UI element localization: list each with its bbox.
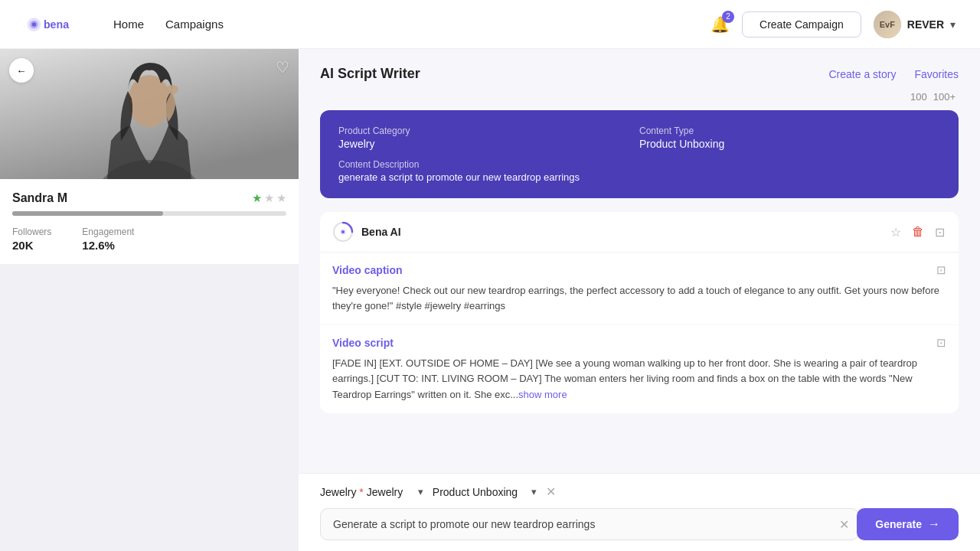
content-type-label: Content Type [639, 126, 940, 136]
influencer-card: ← ♡ Sandra M ★ ★ ★ [0, 49, 299, 264]
star-3: ★ [276, 191, 286, 205]
influencer-name-row: Sandra M ★ ★ ★ [12, 191, 286, 205]
script-writer-title: AI Script Writer [320, 66, 420, 82]
svg-text:bena: bena [44, 18, 69, 31]
prompt-input[interactable] [320, 508, 859, 540]
generate-label: Generate [875, 518, 922, 530]
star-1: ★ [252, 191, 262, 205]
notification-bell[interactable]: 🔔 2 [710, 15, 730, 34]
logo[interactable]: bena [24, 12, 86, 37]
bottom-input-row: ✕ Generate → [320, 508, 959, 540]
engagement-stat: Engagement 12.6% [82, 227, 134, 252]
clear-selections-button[interactable]: ✕ [546, 484, 556, 499]
bottom-bar: Jewelry * Jewelry Fashion Beauty ▾ Produ… [299, 473, 980, 551]
video-script-section: Video script ⊡ [FADE IN] [EXT. OUTSIDE O… [320, 325, 959, 412]
required-star: * [356, 486, 363, 498]
product-category-item: Product Category Jewelry [338, 126, 639, 150]
expand-button[interactable]: ⊡ [933, 223, 946, 241]
content-type-value: Product Unboxing [639, 138, 940, 150]
page-total: 100+ [933, 91, 956, 103]
back-button[interactable]: ← [9, 58, 34, 83]
delete-button[interactable]: 🗑 [910, 223, 926, 240]
caption-text: "Hey everyone! Check out our new teardro… [332, 283, 946, 314]
ai-name-label: Bena AI [361, 226, 401, 238]
avatar: EvF [874, 11, 901, 38]
followers-value: 20K [12, 239, 51, 252]
influencer-info: Sandra M ★ ★ ★ Followers 20K [0, 179, 299, 264]
nav-home[interactable]: Home [113, 18, 144, 31]
progress-bar [12, 211, 163, 216]
svg-point-7 [128, 75, 171, 127]
info-card: Product Category Jewelry Content Type Pr… [320, 110, 959, 198]
video-caption-section: Video caption ⊡ "Hey everyone! Check out… [320, 253, 959, 325]
content-type-select-wrap: Product Unboxing Tutorial Review ▾ [433, 486, 537, 498]
notification-badge: 2 [722, 11, 734, 23]
influencer-image-wrap: ← ♡ [0, 49, 299, 179]
right-panel: AI Script Writer Create a story Favorite… [299, 49, 980, 551]
script-title: Video script [332, 337, 394, 349]
generate-arrow-icon: → [928, 517, 940, 531]
show-more-link[interactable]: show more [518, 389, 567, 400]
page-current: 100 [910, 91, 927, 103]
nav-campaigns[interactable]: Campaigns [165, 18, 224, 31]
heart-icon: ♡ [276, 59, 289, 76]
content-type-select[interactable]: Product Unboxing Tutorial Review [433, 486, 537, 498]
ai-response-block: Bena AI ☆ 🗑 ⊡ Video caption ⊡ "Hey every… [320, 212, 959, 413]
nav-right: 🔔 2 Create Campaign EvF REVER ▾ [710, 11, 956, 38]
influencer-name: Sandra M [12, 191, 67, 205]
svg-point-8 [166, 85, 178, 94]
followers-label: Followers [12, 227, 51, 237]
rating-stars: ★ ★ ★ [252, 191, 286, 205]
followers-stat: Followers 20K [12, 227, 51, 252]
nav-left: bena Home Campaigns [24, 12, 224, 37]
caption-header: Video caption ⊡ [332, 263, 946, 277]
category-label: Jewelry * [320, 486, 364, 498]
pagination-row: 100 100+ [320, 91, 959, 103]
content-description-item: Content Description generate a script to… [338, 159, 940, 183]
category-select-wrap: Jewelry * Jewelry Fashion Beauty ▾ [320, 486, 423, 498]
copy-caption-button[interactable]: ⊡ [936, 263, 946, 277]
engagement-label: Engagement [82, 227, 134, 237]
user-name: REVER [907, 18, 944, 31]
ai-action-buttons: ☆ 🗑 ⊡ [889, 223, 946, 241]
create-story-link[interactable]: Create a story [828, 68, 896, 80]
content-desc-label: Content Description [338, 159, 940, 170]
info-card-grid: Product Category Jewelry Content Type Pr… [338, 126, 940, 150]
user-menu[interactable]: EvF REVER ▾ [874, 11, 956, 38]
engagement-value: 12.6% [82, 239, 134, 252]
avatar-initials: EvF [874, 11, 901, 38]
script-text: [FADE IN] [EXT. OUTSIDE OF HOME – DAY] [… [332, 356, 946, 402]
svg-point-11 [341, 230, 345, 233]
navbar: bena Home Campaigns 🔔 2 Create Campaign … [0, 0, 980, 49]
copy-script-button[interactable]: ⊡ [936, 336, 946, 350]
star-button[interactable]: ☆ [889, 223, 903, 241]
bottom-selects: Jewelry * Jewelry Fashion Beauty ▾ Produ… [320, 484, 959, 499]
script-header-inner: Video script ⊡ [332, 336, 946, 350]
favorite-button[interactable]: ♡ [276, 58, 289, 77]
ai-identity: Bena AI [332, 221, 401, 243]
generate-button[interactable]: Generate → [857, 508, 959, 540]
favorites-link[interactable]: Favorites [914, 68, 959, 80]
left-panel: ← ♡ Sandra M ★ ★ ★ [0, 49, 299, 551]
create-campaign-button[interactable]: Create Campaign [742, 11, 861, 37]
content-desc-value: generate a script to promote our new tea… [338, 171, 940, 183]
content-type-item: Content Type Product Unboxing [639, 126, 940, 150]
script-header-actions: Create a story Favorites [828, 68, 959, 80]
star-2: ★ [264, 191, 274, 205]
caption-title: Video caption [332, 264, 403, 276]
svg-point-2 [32, 22, 36, 26]
nav-links: Home Campaigns [113, 18, 224, 31]
stats-row: Followers 20K Engagement 12.6% [12, 227, 286, 252]
category-select[interactable]: Jewelry Fashion Beauty [367, 486, 423, 498]
influencer-photo [0, 49, 299, 179]
product-category-label: Product Category [338, 126, 639, 136]
main-layout: ← ♡ Sandra M ★ ★ ★ [0, 49, 980, 551]
progress-bar-wrap [12, 211, 286, 216]
ai-block-header: Bena AI ☆ 🗑 ⊡ [320, 212, 959, 253]
script-writer-header: AI Script Writer Create a story Favorite… [299, 49, 980, 82]
product-category-value: Jewelry [338, 138, 639, 150]
ai-spinner-icon [332, 221, 354, 243]
clear-input-button[interactable]: ✕ [839, 517, 849, 532]
back-arrow-icon: ← [16, 65, 26, 77]
chevron-down-icon: ▾ [950, 18, 956, 31]
